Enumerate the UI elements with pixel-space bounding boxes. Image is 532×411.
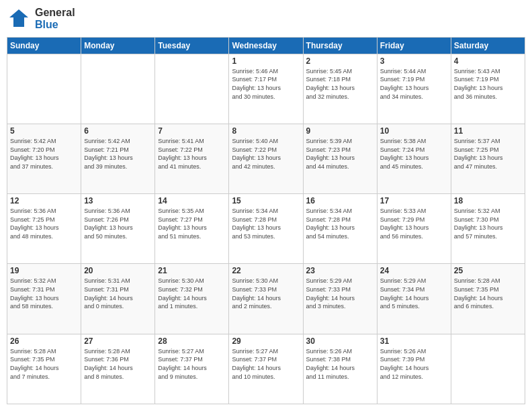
calendar-day-cell: 6Sunrise: 5:42 AM Sunset: 7:21 PM Daylig… bbox=[81, 124, 155, 194]
day-number: 11 bbox=[454, 126, 522, 136]
day-number: 21 bbox=[158, 266, 226, 275]
calendar-day-cell: 7Sunrise: 5:41 AM Sunset: 7:22 PM Daylig… bbox=[155, 124, 229, 194]
calendar-day-cell: 24Sunrise: 5:29 AM Sunset: 7:34 PM Dayli… bbox=[377, 264, 451, 334]
day-info: Sunrise: 5:26 AM Sunset: 7:39 PM Dayligh… bbox=[380, 347, 448, 381]
day-number: 29 bbox=[232, 336, 300, 346]
calendar-day-cell: 31Sunrise: 5:26 AM Sunset: 7:39 PM Dayli… bbox=[377, 334, 451, 404]
day-info: Sunrise: 5:30 AM Sunset: 7:32 PM Dayligh… bbox=[158, 277, 226, 310]
calendar-day-cell: 18Sunrise: 5:32 AM Sunset: 7:30 PM Dayli… bbox=[451, 194, 525, 264]
weekday-header-cell: Saturday bbox=[451, 37, 525, 54]
calendar-day-cell: 10Sunrise: 5:38 AM Sunset: 7:24 PM Dayli… bbox=[377, 124, 451, 194]
day-number: 27 bbox=[84, 336, 152, 346]
day-info: Sunrise: 5:26 AM Sunset: 7:38 PM Dayligh… bbox=[306, 347, 374, 381]
day-number: 7 bbox=[158, 126, 226, 136]
calendar-day-cell: 14Sunrise: 5:35 AM Sunset: 7:27 PM Dayli… bbox=[155, 194, 229, 264]
header: GeneralBlue bbox=[7, 7, 525, 32]
calendar-day-cell: 2Sunrise: 5:45 AM Sunset: 7:18 PM Daylig… bbox=[303, 54, 377, 124]
logo-general: General bbox=[35, 7, 75, 19]
weekday-header-cell: Wednesday bbox=[229, 37, 303, 54]
day-info: Sunrise: 5:29 AM Sunset: 7:34 PM Dayligh… bbox=[380, 277, 448, 310]
calendar-day-cell: 21Sunrise: 5:30 AM Sunset: 7:32 PM Dayli… bbox=[155, 264, 229, 334]
day-number: 8 bbox=[232, 126, 300, 136]
calendar-day-cell: 29Sunrise: 5:27 AM Sunset: 7:37 PM Dayli… bbox=[229, 334, 303, 404]
day-number: 28 bbox=[158, 336, 226, 346]
calendar-day-cell: 25Sunrise: 5:28 AM Sunset: 7:35 PM Dayli… bbox=[451, 264, 525, 334]
day-info: Sunrise: 5:42 AM Sunset: 7:20 PM Dayligh… bbox=[10, 137, 78, 171]
calendar-day-cell: 23Sunrise: 5:29 AM Sunset: 7:33 PM Dayli… bbox=[303, 264, 377, 334]
calendar-week-row: 1Sunrise: 5:46 AM Sunset: 7:17 PM Daylig… bbox=[7, 54, 525, 124]
calendar-week-row: 5Sunrise: 5:42 AM Sunset: 7:20 PM Daylig… bbox=[7, 124, 525, 194]
day-number: 9 bbox=[306, 126, 374, 136]
day-number: 4 bbox=[454, 56, 522, 66]
calendar-day-cell: 27Sunrise: 5:28 AM Sunset: 7:36 PM Dayli… bbox=[81, 334, 155, 404]
day-number: 23 bbox=[306, 266, 374, 275]
day-number: 19 bbox=[10, 266, 78, 275]
day-number: 31 bbox=[380, 336, 448, 346]
calendar-page: GeneralBlue SundayMondayTuesdayWednesday… bbox=[0, 0, 532, 411]
calendar-day-cell: 15Sunrise: 5:34 AM Sunset: 7:28 PM Dayli… bbox=[229, 194, 303, 264]
day-number: 22 bbox=[232, 266, 300, 275]
day-number: 26 bbox=[10, 336, 78, 346]
calendar-day-cell: 3Sunrise: 5:44 AM Sunset: 7:19 PM Daylig… bbox=[377, 54, 451, 124]
day-info: Sunrise: 5:34 AM Sunset: 7:28 PM Dayligh… bbox=[306, 207, 374, 240]
calendar-day-cell: 30Sunrise: 5:26 AM Sunset: 7:38 PM Dayli… bbox=[303, 334, 377, 404]
calendar-week-row: 19Sunrise: 5:32 AM Sunset: 7:31 PM Dayli… bbox=[7, 264, 525, 334]
weekday-header-cell: Thursday bbox=[303, 37, 377, 54]
calendar-day-cell bbox=[7, 54, 81, 124]
calendar-week-row: 12Sunrise: 5:36 AM Sunset: 7:25 PM Dayli… bbox=[7, 194, 525, 264]
day-info: Sunrise: 5:32 AM Sunset: 7:31 PM Dayligh… bbox=[10, 277, 78, 310]
day-info: Sunrise: 5:28 AM Sunset: 7:36 PM Dayligh… bbox=[84, 347, 152, 381]
day-info: Sunrise: 5:37 AM Sunset: 7:25 PM Dayligh… bbox=[454, 137, 522, 171]
calendar-day-cell: 5Sunrise: 5:42 AM Sunset: 7:20 PM Daylig… bbox=[7, 124, 81, 194]
calendar-day-cell: 19Sunrise: 5:32 AM Sunset: 7:31 PM Dayli… bbox=[7, 264, 81, 334]
calendar-day-cell: 28Sunrise: 5:27 AM Sunset: 7:37 PM Dayli… bbox=[155, 334, 229, 404]
day-number: 30 bbox=[306, 336, 374, 346]
day-number: 12 bbox=[10, 196, 78, 205]
day-number: 5 bbox=[10, 126, 78, 136]
weekday-header-cell: Monday bbox=[81, 37, 155, 54]
calendar-day-cell bbox=[81, 54, 155, 124]
day-number: 24 bbox=[380, 266, 448, 275]
day-info: Sunrise: 5:31 AM Sunset: 7:31 PM Dayligh… bbox=[84, 277, 152, 310]
day-info: Sunrise: 5:34 AM Sunset: 7:28 PM Dayligh… bbox=[232, 207, 300, 240]
day-info: Sunrise: 5:32 AM Sunset: 7:30 PM Dayligh… bbox=[454, 207, 522, 240]
day-number: 2 bbox=[306, 56, 374, 66]
day-info: Sunrise: 5:33 AM Sunset: 7:29 PM Dayligh… bbox=[380, 207, 448, 240]
day-info: Sunrise: 5:35 AM Sunset: 7:27 PM Dayligh… bbox=[158, 207, 226, 240]
calendar-day-cell bbox=[451, 334, 525, 404]
day-info: Sunrise: 5:46 AM Sunset: 7:17 PM Dayligh… bbox=[232, 67, 300, 101]
calendar-day-cell: 22Sunrise: 5:30 AM Sunset: 7:33 PM Dayli… bbox=[229, 264, 303, 334]
calendar-day-cell: 1Sunrise: 5:46 AM Sunset: 7:17 PM Daylig… bbox=[229, 54, 303, 124]
calendar-day-cell: 12Sunrise: 5:36 AM Sunset: 7:25 PM Dayli… bbox=[7, 194, 81, 264]
calendar-day-cell: 13Sunrise: 5:36 AM Sunset: 7:26 PM Dayli… bbox=[81, 194, 155, 264]
day-number: 14 bbox=[158, 196, 226, 205]
day-info: Sunrise: 5:45 AM Sunset: 7:18 PM Dayligh… bbox=[306, 67, 374, 101]
day-info: Sunrise: 5:40 AM Sunset: 7:22 PM Dayligh… bbox=[232, 137, 300, 171]
calendar-body: 1Sunrise: 5:46 AM Sunset: 7:17 PM Daylig… bbox=[7, 54, 525, 404]
day-info: Sunrise: 5:36 AM Sunset: 7:25 PM Dayligh… bbox=[10, 207, 78, 240]
day-number: 20 bbox=[84, 266, 152, 275]
calendar-day-cell: 20Sunrise: 5:31 AM Sunset: 7:31 PM Dayli… bbox=[81, 264, 155, 334]
day-number: 16 bbox=[306, 196, 374, 205]
weekday-header-cell: Sunday bbox=[7, 37, 81, 54]
day-info: Sunrise: 5:44 AM Sunset: 7:19 PM Dayligh… bbox=[380, 67, 448, 101]
day-info: Sunrise: 5:29 AM Sunset: 7:33 PM Dayligh… bbox=[306, 277, 374, 310]
day-info: Sunrise: 5:39 AM Sunset: 7:23 PM Dayligh… bbox=[306, 137, 374, 171]
weekday-header-row: SundayMondayTuesdayWednesdayThursdayFrid… bbox=[7, 37, 525, 54]
weekday-header-cell: Tuesday bbox=[155, 37, 229, 54]
logo-svg bbox=[7, 7, 31, 31]
calendar-day-cell: 8Sunrise: 5:40 AM Sunset: 7:22 PM Daylig… bbox=[229, 124, 303, 194]
day-number: 1 bbox=[232, 56, 300, 66]
day-number: 18 bbox=[454, 196, 522, 205]
day-info: Sunrise: 5:42 AM Sunset: 7:21 PM Dayligh… bbox=[84, 137, 152, 171]
day-info: Sunrise: 5:38 AM Sunset: 7:24 PM Dayligh… bbox=[380, 137, 448, 171]
day-info: Sunrise: 5:28 AM Sunset: 7:35 PM Dayligh… bbox=[10, 347, 78, 381]
day-info: Sunrise: 5:43 AM Sunset: 7:19 PM Dayligh… bbox=[454, 67, 522, 101]
day-number: 10 bbox=[380, 126, 448, 136]
day-number: 15 bbox=[232, 196, 300, 205]
calendar-day-cell: 17Sunrise: 5:33 AM Sunset: 7:29 PM Dayli… bbox=[377, 194, 451, 264]
day-number: 17 bbox=[380, 196, 448, 205]
calendar-day-cell bbox=[155, 54, 229, 124]
calendar-day-cell: 9Sunrise: 5:39 AM Sunset: 7:23 PM Daylig… bbox=[303, 124, 377, 194]
day-info: Sunrise: 5:27 AM Sunset: 7:37 PM Dayligh… bbox=[232, 347, 300, 381]
